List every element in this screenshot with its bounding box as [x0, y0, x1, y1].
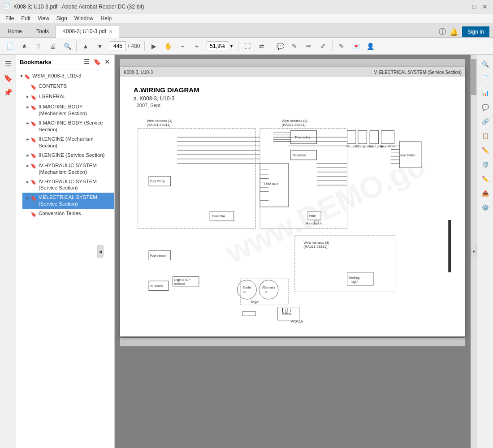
bookmark-engine-svc-icon: 🔖	[30, 152, 37, 159]
sign-in-button[interactable]: Sign In	[462, 26, 489, 37]
pages-icon[interactable]: ☰	[2, 57, 14, 70]
svg-text:Working: Working	[348, 276, 359, 280]
comment-icon[interactable]: 💬	[274, 40, 286, 52]
hand-tool-icon[interactable]: ✋	[162, 40, 174, 52]
maximize-button[interactable]: □	[470, 2, 479, 11]
draw-icon[interactable]: ✏	[303, 40, 315, 52]
svg-text:Key Switch: Key Switch	[400, 154, 415, 157]
bookmarks-panel-icon[interactable]: 🔖	[2, 72, 14, 84]
cursor-tool-icon[interactable]: ▶	[147, 40, 160, 52]
pdf-header-right: V. ELECTRICAL SYSTEM (Service Section)	[374, 70, 462, 75]
tree-item-engine-mech[interactable]: ► 🔖 III.ENGINE (Mechanism Section)	[22, 134, 114, 151]
pdf-area[interactable]: K008-3, U10-3 V. ELECTRICAL SYSTEM (Serv…	[115, 55, 471, 448]
share-icon[interactable]: 👤	[364, 40, 376, 52]
email-icon[interactable]: 💌	[350, 40, 362, 52]
svg-text:V-S-3A: V-S-3A	[290, 319, 303, 323]
bookmarks-close-icon[interactable]: ✕	[104, 57, 111, 66]
tree-item-general[interactable]: ► 🔖 I.GENERAL	[22, 92, 114, 102]
right-protect-icon[interactable]: 🛡️	[479, 158, 492, 171]
right-export-icon[interactable]: 📊	[479, 86, 492, 99]
tree-item-electrical-svc[interactable]: ► 🔖 V.ELECTRICAL SYSTEM (Service Section…	[22, 193, 114, 209]
pdf-top-bar	[120, 59, 465, 67]
svg-text:Starter: Starter	[242, 286, 252, 289]
svg-text:(RA021-53331): (RA021-53331)	[303, 245, 328, 249]
tab-home[interactable]: Home	[0, 25, 30, 37]
sign-icon[interactable]: ✎	[335, 40, 348, 52]
tab-tools[interactable]: Tools	[30, 25, 56, 37]
right-pages-icon[interactable]: 📄	[479, 72, 492, 85]
bookmark-add-icon[interactable]: 🔖	[92, 57, 102, 66]
expand-engine-svc-icon: ►	[25, 152, 30, 159]
tree-item-machine-body-svc[interactable]: ► 🔖 II.MACHINE BODY (Service Section)	[22, 118, 114, 134]
minimize-button[interactable]: −	[459, 2, 468, 11]
right-comment-icon[interactable]: 💬	[479, 101, 492, 113]
bookmark-options-icon[interactable]: ☰	[83, 57, 91, 66]
highlight-icon[interactable]: ✎	[288, 40, 301, 52]
right-tools-icon[interactable]: ⚙️	[479, 201, 492, 214]
right-edit-icon[interactable]: ✏️	[479, 144, 492, 156]
prev-page-icon[interactable]: ▲	[79, 40, 92, 52]
zoom-in-icon[interactable]: +	[190, 40, 203, 52]
tree-item-contents[interactable]: 🔖 CONTENTS	[22, 82, 114, 92]
menu-file[interactable]: File	[2, 14, 17, 22]
fit-page-icon[interactable]: ⛶	[241, 40, 254, 52]
menu-view[interactable]: View	[34, 14, 53, 22]
svg-text:www.DEMO.go: www.DEMO.go	[220, 147, 430, 270]
svg-text:M: M	[243, 290, 246, 293]
upload-icon[interactable]: ⇧	[32, 40, 45, 52]
menu-window[interactable]: Window	[71, 14, 97, 22]
right-panel-collapse-arrow[interactable]: ►	[471, 246, 477, 257]
tree-item-engine-svc[interactable]: ► 🔖 III.ENGINE (Service Section)	[22, 151, 114, 161]
svg-text:Wire harness (3): Wire harness (3)	[303, 241, 329, 245]
separator-1	[76, 41, 77, 51]
zoom-dropdown-icon[interactable]: ▼	[229, 43, 234, 48]
svg-point-60	[237, 280, 256, 299]
expand-contents-icon	[25, 83, 30, 90]
tree-item-conversion[interactable]: 🔖 Conversion Tables	[22, 209, 114, 219]
expand-general-icon: ►	[25, 94, 30, 101]
svg-text:Wire harness (1): Wire harness (1)	[147, 119, 173, 123]
stamp-icon[interactable]: ✐	[317, 40, 329, 52]
tree-label-hydraulic-svc: IV.HYDRAULIC SYSTEM (Service Section)	[39, 178, 112, 192]
next-page-icon[interactable]: ▼	[94, 40, 106, 52]
svg-text:(RA021-53321): (RA021-53321)	[282, 123, 306, 127]
close-button[interactable]: ✕	[480, 2, 489, 11]
page-input[interactable]	[110, 41, 126, 51]
tree-label-general: I.GENERAL	[39, 93, 112, 100]
fit-width-icon[interactable]: ⇄	[255, 40, 268, 52]
new-file-icon[interactable]: 📄	[4, 40, 16, 52]
bookmarks-header: Bookmarks ☰ 🔖 ✕	[16, 55, 114, 69]
svg-rect-33	[370, 131, 378, 144]
tree-item-hydraulic-mech[interactable]: ► 🔖 IV.HYDRAULIC SYSTEM (Mechanism Secti…	[22, 161, 114, 177]
pdf-section-date: - 2007, Sept.	[134, 103, 452, 108]
tree-item-wsm[interactable]: ▼ 🔖 WSM_K008-3_U10-3	[16, 71, 114, 82]
svg-text:Hour Meter: Hour Meter	[380, 145, 396, 148]
help-icon[interactable]: ⓘ	[439, 27, 446, 37]
svg-text:Light: Light	[351, 280, 358, 284]
right-fill-sign-icon[interactable]: ✏️	[479, 172, 492, 185]
scrollbar-thumb[interactable]	[471, 59, 476, 95]
tree-item-machine-body-mech[interactable]: ► 🔖 II.MACHINE BODY (Mechanism Section)	[22, 102, 114, 118]
right-organize-icon[interactable]: 📋	[479, 129, 492, 142]
zoom-out-toolbar-icon[interactable]: 🔍	[61, 40, 74, 52]
annotations-icon[interactable]: 📌	[2, 86, 14, 99]
menu-help[interactable]: Help	[97, 14, 116, 22]
menu-edit[interactable]: Edit	[17, 14, 34, 22]
svg-text:Oil switch: Oil switch	[150, 284, 163, 288]
zoom-input[interactable]	[207, 41, 228, 51]
notification-icon[interactable]: 🔔	[450, 28, 458, 36]
tree-label-wsm: WSM_K008-3_U10-3	[32, 73, 112, 79]
zoom-out-icon[interactable]: −	[176, 40, 189, 52]
tab-document[interactable]: K008-3; U10-3.pdf ✕	[56, 25, 119, 38]
sidebar-collapse-arrow[interactable]: ◀	[97, 245, 104, 258]
right-send-icon[interactable]: 📤	[479, 187, 492, 199]
bookmark-electrical-svc-icon: 🔖	[30, 194, 37, 202]
bookmark-star-icon[interactable]: ★	[18, 40, 30, 52]
tree-item-hydraulic-svc[interactable]: ► 🔖 IV.HYDRAULIC SYSTEM (Service Section…	[22, 177, 114, 193]
pdf-header-left: K008-3, U10-3	[124, 70, 153, 75]
right-link-icon[interactable]: 🔗	[479, 115, 492, 128]
print-icon[interactable]: 🖨	[47, 40, 59, 52]
menu-sign[interactable]: Sign	[53, 14, 71, 22]
right-zoom-icon[interactable]: 🔍	[479, 58, 492, 70]
tab-close-icon[interactable]: ✕	[109, 29, 112, 34]
